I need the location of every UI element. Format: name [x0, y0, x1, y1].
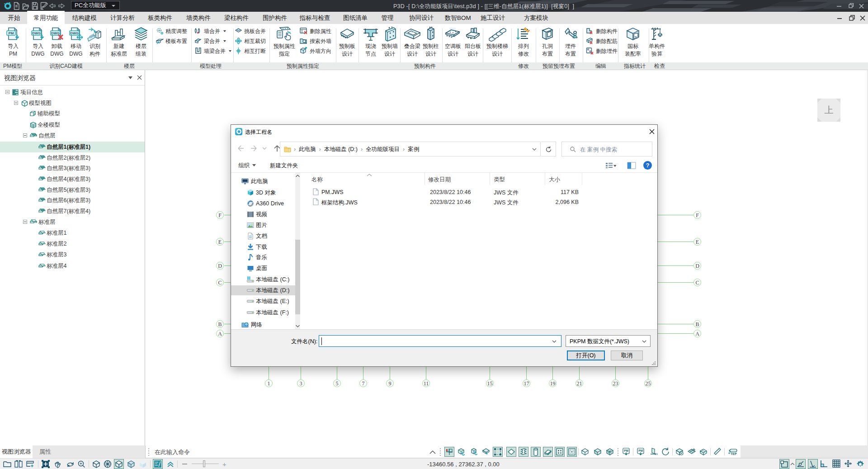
- svg-text:%: %: [635, 36, 637, 38]
- svg-text:DWG: DWG: [32, 31, 40, 35]
- svg-text:PM: PM: [624, 449, 628, 452]
- svg-text:PM: PM: [9, 31, 14, 35]
- svg-text:DWG: DWG: [51, 31, 59, 35]
- svg-text:PM: PM: [638, 449, 643, 452]
- svg-text:DWG: DWG: [70, 31, 78, 35]
- svg-text:BIM: BIM: [655, 453, 658, 455]
- svg-text:TEP: TEP: [731, 452, 737, 455]
